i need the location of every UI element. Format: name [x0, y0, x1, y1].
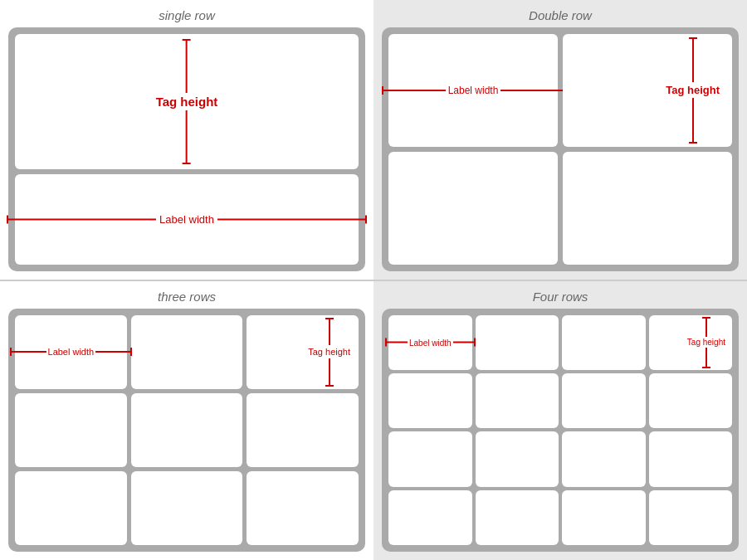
- q3-label-width: Label width: [46, 347, 96, 357]
- q4-col2: [476, 315, 559, 546]
- q4-tag-height: Tag height: [687, 337, 725, 348]
- q4-th-top: [702, 317, 710, 319]
- q4-lw-left: [385, 338, 387, 347]
- q3-col3: Tag height: [247, 315, 359, 546]
- q3-th-l2: [329, 358, 330, 385]
- q2-tag-height: Tag height: [666, 82, 720, 98]
- q1-tag-height-label: Tag height: [156, 93, 218, 110]
- q2-lw-line2: [500, 90, 563, 91]
- q3-lw-l1: [12, 351, 46, 353]
- q4-th-l1: [706, 319, 707, 338]
- q2-c2r2: [563, 152, 732, 265]
- tag-height-line: [186, 41, 188, 93]
- q3-th-top: [325, 318, 334, 319]
- q1-sheet: Tag height Label width: [8, 27, 365, 271]
- q3-c2r3: [131, 471, 243, 545]
- q2-col1: Label width: [388, 34, 558, 265]
- q4-col3: [562, 315, 646, 546]
- q3-title: three rows: [158, 290, 216, 304]
- q2-c1r2: [388, 152, 558, 265]
- q1-label-width-label: Label width: [156, 213, 217, 226]
- q3-c1r1: Label width: [15, 315, 127, 389]
- q4-c4r4: [649, 490, 733, 545]
- label-width-line2: [217, 218, 365, 220]
- q2-col2: Tag height: [563, 34, 732, 265]
- q4-c1r3: [388, 431, 472, 486]
- q3-lw-l2: [95, 351, 130, 353]
- quadrant-single-row: single row Tag height Label width: [0, 0, 374, 280]
- q2-lw-left: [382, 86, 383, 95]
- q4-col1: Label width: [388, 315, 472, 546]
- q2-th-top: [689, 37, 697, 39]
- q1-cell-top: Tag height: [15, 34, 359, 169]
- q4-c3r2: [562, 373, 646, 428]
- q4-title: Four rows: [533, 290, 588, 304]
- q4-c3r1: [562, 315, 646, 370]
- q2-th-line2: [692, 98, 694, 141]
- q4-lw-l2: [453, 342, 474, 343]
- q3-c3r2: [247, 393, 359, 467]
- q3-col2: [131, 315, 243, 546]
- q3-col1: Label width: [15, 315, 127, 546]
- q4-c1r2: [388, 373, 472, 428]
- q4-col4: Tag height: [649, 315, 733, 546]
- q2-label-width: Label width: [446, 85, 501, 96]
- q2-th-bottom: [689, 142, 697, 144]
- quadrant-four-rows: Four rows Label width: [374, 280, 747, 561]
- q3-c2r1: [131, 315, 243, 389]
- q4-c3r3: [562, 431, 646, 486]
- q2-title: Double row: [529, 8, 592, 22]
- q4-c1r4: [388, 490, 472, 545]
- q4-c2r1: [476, 315, 559, 370]
- q3-c3r3: [247, 471, 359, 545]
- q3-th-bottom: [325, 385, 334, 387]
- q2-c1r1: Label width: [388, 34, 558, 147]
- q4-c2r3: [476, 431, 559, 486]
- q3-c2r2: [131, 393, 243, 467]
- q4-c1r1: Label width: [388, 315, 472, 370]
- q1-cell-bottom: Label width: [15, 174, 359, 265]
- q4-c4r3: [649, 431, 733, 486]
- tag-height-top-cap: [183, 39, 191, 41]
- q4-c3r4: [562, 490, 646, 545]
- label-width-line: [8, 218, 156, 220]
- q3-tag-height: Tag height: [308, 345, 350, 358]
- q3-c3r1: Tag height: [247, 315, 359, 389]
- q2-sheet: Label width Tag height: [382, 27, 739, 271]
- q4-lw-l1: [387, 342, 408, 343]
- q4-c4r2: [649, 373, 733, 428]
- q4-c4r1: Tag height: [649, 315, 733, 370]
- q4-c2r2: [476, 373, 559, 428]
- q2-lw-line1: [383, 90, 446, 91]
- q4-th-l2: [706, 348, 707, 367]
- q3-c1r2: [15, 393, 127, 467]
- quadrant-three-rows: three rows Label width: [0, 280, 374, 561]
- q3-sheet: Label width Tag height: [8, 309, 365, 553]
- q2-th-line1: [692, 39, 694, 82]
- q3-lw-left: [10, 348, 12, 356]
- tag-height-line2: [186, 110, 188, 163]
- tag-height-bottom-cap: [183, 163, 191, 164]
- label-width-left-cap: [7, 215, 8, 223]
- q4-th-bottom: [702, 367, 710, 368]
- q4-label-width: Label width: [408, 338, 453, 347]
- quadrant-double-row: Double row Label width: [374, 0, 747, 280]
- q4-c2r4: [476, 490, 559, 545]
- q1-title: single row: [159, 8, 215, 22]
- q2-c2r1: Tag height: [563, 34, 732, 147]
- label-width-right-cap: [365, 215, 367, 223]
- q4-sheet: Label width: [382, 309, 739, 553]
- q3-th-l1: [329, 319, 330, 346]
- q3-c1r3: [15, 471, 127, 545]
